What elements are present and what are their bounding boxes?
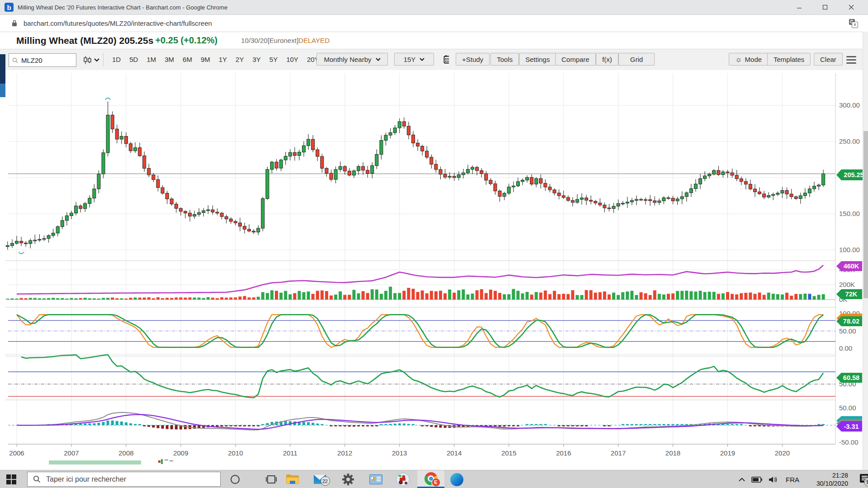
candlestick-type-icon [83, 56, 93, 65]
battery-icon[interactable] [751, 477, 762, 483]
mini-mark [158, 460, 160, 463]
period-5d[interactable]: 5D [129, 56, 138, 63]
envelope-glyph: 22 [314, 475, 326, 484]
period-5y[interactable]: 5Y [269, 56, 278, 63]
chart-type-button[interactable] [83, 55, 101, 66]
quote-exchange: [Euronext] [268, 37, 298, 44]
taskbar-search[interactable]: Taper ici pour rechercher [27, 472, 221, 487]
svg-text:2020: 2020 [775, 449, 790, 457]
period-2y[interactable]: 2Y [236, 56, 244, 63]
period-6m[interactable]: 6M [183, 56, 192, 63]
page-scrollbar[interactable] [863, 32, 868, 470]
period-1m[interactable]: 1M [146, 56, 156, 63]
svg-text:0.00: 0.00 [839, 344, 852, 352]
compare-button[interactable]: Compare [555, 53, 596, 66]
chevron-down-icon [94, 58, 99, 62]
edge-icon[interactable] [450, 473, 463, 486]
svg-text:2009: 2009 [173, 449, 188, 457]
open-interest-badge: 460K [836, 261, 862, 271]
close-icon [849, 5, 854, 10]
tools-button[interactable]: Tools [491, 53, 519, 66]
gear-icon [342, 473, 354, 486]
chrome-taskbar-button[interactable]: E [417, 470, 444, 488]
mail-icon[interactable]: 22 [313, 473, 326, 486]
fx-button[interactable]: f(x) [596, 53, 618, 66]
language-indicator[interactable]: FRA [786, 476, 799, 483]
svg-text:200K: 200K [839, 281, 855, 288]
symbol-search-box[interactable] [9, 53, 76, 67]
volume-badge: 72K [836, 289, 862, 299]
menu-button[interactable] [846, 56, 856, 64]
symbol-change: +0.25 (+0.12%) [155, 35, 217, 46]
notification-badge: 10 [864, 477, 868, 487]
settings-app-icon[interactable] [341, 473, 355, 486]
range-dropdown[interactable]: 15Y [394, 53, 434, 66]
task-view-button[interactable] [264, 473, 278, 486]
frequency-dropdown[interactable]: Monthly Nearby [316, 53, 388, 66]
tray-chevron-icon[interactable] [739, 478, 745, 482]
farm-app-icon[interactable] [396, 473, 410, 486]
minimize-button[interactable] [789, 0, 810, 14]
svg-text:2015: 2015 [501, 449, 516, 457]
chart-region: 300.00250.00150.00100.00400K200K0K100.00… [0, 70, 868, 470]
candles [6, 102, 825, 250]
edge-glyph [450, 473, 463, 486]
calendar-icon [443, 55, 449, 64]
grid-button[interactable]: Grid [618, 53, 655, 66]
close-button[interactable] [841, 0, 862, 14]
svg-text:2018: 2018 [665, 449, 680, 457]
notification-center-button[interactable]: 10 [860, 474, 868, 485]
mini-mark [170, 460, 173, 461]
windows-taskbar: Taper ici pour rechercher 22 [0, 470, 868, 488]
cortana-button[interactable] [228, 473, 242, 486]
templates-button[interactable]: Templates [767, 53, 811, 66]
task-view-icon [266, 474, 277, 484]
macd-badge: -3.31 [836, 421, 862, 432]
search-icon [33, 475, 41, 483]
clear-button[interactable]: Clear [814, 53, 843, 66]
svg-text:150.00: 150.00 [839, 210, 860, 217]
clock-date: 30/10/2020 [809, 479, 848, 488]
settings-button[interactable]: Settings [519, 53, 556, 66]
svg-text:50.00: 50.00 [839, 327, 856, 335]
delayed-flag: DELAYED [298, 37, 330, 44]
sun-icon: ☼ [735, 56, 742, 63]
period-9m[interactable]: 9M [201, 56, 210, 63]
svg-text:300.00: 300.00 [839, 101, 860, 109]
maximize-button[interactable] [815, 0, 835, 14]
window-titlebar: b Milling Wheat Dec '20 Futures Interact… [0, 0, 868, 15]
svg-text:250.00: 250.00 [839, 137, 860, 145]
folder-glyph [286, 474, 299, 484]
speaker-icon[interactable] [769, 476, 778, 483]
page-banner-sliver [49, 460, 141, 465]
start-button[interactable] [6, 474, 16, 484]
news-app-icon[interactable] [369, 473, 382, 486]
search-icon [12, 57, 18, 63]
period-1d[interactable]: 1D [112, 56, 121, 63]
symbol-input[interactable] [20, 56, 72, 65]
maximize-icon [822, 5, 828, 10]
calendar-button[interactable] [438, 53, 455, 66]
browser-urlbar[interactable]: barchart.com/futures/quotes/MLZ20/intera… [0, 15, 868, 32]
mini-mark [161, 459, 163, 464]
range-label: 15Y [404, 56, 416, 63]
chevron-down-icon [376, 58, 381, 61]
stochastic-badge: 78.02 [836, 316, 862, 326]
url-text[interactable]: barchart.com/futures/quotes/MLZ20/intera… [24, 19, 212, 27]
add-study-button[interactable]: +Study [456, 53, 490, 66]
scrollbar-thumb[interactable] [863, 131, 868, 298]
taskbar-search-placeholder: Taper ici pour rechercher [46, 475, 126, 483]
mode-button[interactable]: ☼ Mode [729, 53, 768, 66]
period-3y[interactable]: 3Y [252, 56, 260, 63]
period-3m[interactable]: 3M [165, 56, 174, 63]
translate-icon[interactable]: G x [849, 19, 858, 28]
period-10y[interactable]: 10Y [286, 56, 298, 63]
window-title: Milling Wheat Dec '20 Futures Interactiv… [18, 4, 227, 11]
period-1y[interactable]: 1Y [219, 56, 227, 63]
file-explorer-icon[interactable] [286, 473, 299, 486]
system-tray: FRA 21:28 30/10/2020 10 [732, 470, 868, 488]
rsi-badge: 60.58 [836, 373, 862, 383]
price-chart-canvas[interactable]: 300.00250.00150.00100.00400K200K0K100.00… [0, 70, 868, 470]
clock[interactable]: 21:28 30/10/2020 [809, 471, 848, 488]
svg-text:100.00: 100.00 [839, 246, 860, 253]
